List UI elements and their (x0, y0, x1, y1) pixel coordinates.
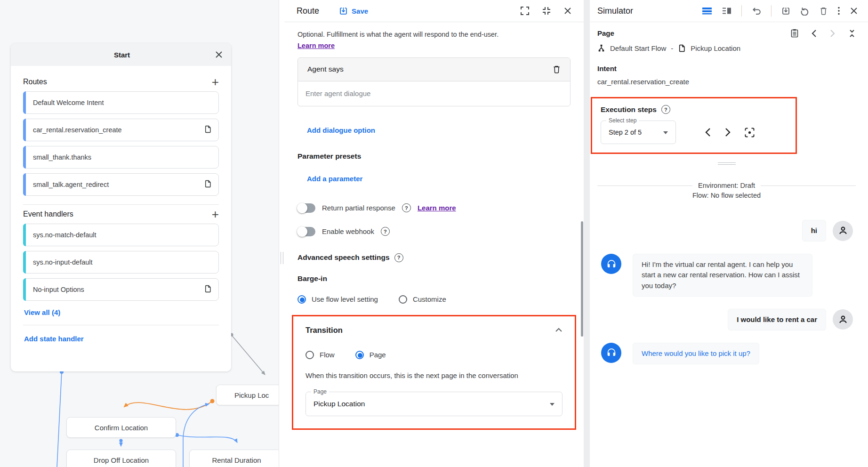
add-parameter-link[interactable]: Add a parameter (307, 175, 571, 183)
node-pickup-location[interactable]: Pickup Loc (216, 385, 279, 405)
add-dialogue-option-link[interactable]: Add dialogue option (307, 126, 571, 134)
close-icon[interactable] (564, 7, 571, 15)
add-state-handler-link[interactable]: Add state handler (24, 335, 219, 343)
help-icon[interactable]: ? (661, 105, 670, 114)
chevron-up-icon[interactable] (555, 328, 563, 332)
return-partial-response-toggle[interactable] (297, 203, 315, 213)
customize-radio[interactable]: Customize (399, 295, 446, 304)
save-conversation-icon[interactable] (781, 7, 790, 16)
divider (597, 185, 692, 186)
headset-icon (601, 343, 621, 363)
select-step-label: Select step (606, 117, 639, 124)
chevron-right-icon-disabled[interactable] (830, 29, 835, 38)
radio-selected-icon (297, 295, 306, 304)
route-item[interactable]: small_thank.thanks (23, 146, 219, 169)
route-item[interactable]: car_rental.reservation_create (23, 119, 219, 141)
separator: - (671, 44, 673, 52)
trash-icon[interactable] (820, 7, 828, 15)
panel-resize-gutter[interactable] (279, 0, 284, 467)
route-item[interactable]: Default Welcome Intent (23, 91, 219, 114)
enable-webhook-toggle[interactable] (297, 227, 315, 236)
agent-message-bubble-highlighted: Where would you like to pick it up? (633, 343, 759, 364)
execution-steps-heading: Execution steps (601, 105, 657, 114)
message-list-icon[interactable] (702, 7, 712, 15)
user-message-bubble: I would like to rent a car (728, 309, 826, 330)
event-handler-item[interactable]: sys.no-input-default (23, 251, 219, 274)
radio-unselected-icon (305, 351, 314, 359)
transition-page-radio[interactable]: Page (355, 351, 386, 359)
simulator-panel: Simulator (590, 0, 868, 467)
routes-section-label: Routes (23, 78, 47, 86)
more-vert-icon[interactable] (837, 7, 840, 15)
start-flow-panel: Start Routes + Default Welcome Intent ca… (11, 43, 231, 371)
transition-section-highlighted: Transition Flow Page When this trans (292, 315, 576, 430)
simulator-flow-name[interactable]: Default Start Flow (610, 44, 666, 52)
transition-description: When this transition occurs, this is the… (305, 371, 563, 379)
dropdown-caret-icon (550, 403, 555, 406)
agent-says-title: Agent says (307, 65, 344, 73)
center-focus-icon[interactable] (745, 128, 755, 137)
chat-message-agent: Where would you like to pick it up? (597, 343, 853, 364)
fullscreen-icon[interactable] (521, 7, 529, 15)
route-item[interactable]: small_talk.agent_redirect (23, 173, 219, 196)
document-icon (204, 285, 212, 294)
flow-status: Flow: No flow selected (597, 192, 856, 199)
divider (761, 185, 856, 186)
clipboard-icon[interactable] (791, 29, 798, 38)
transition-flow-radio[interactable]: Flow (305, 351, 335, 359)
document-icon (678, 44, 686, 52)
flow-icon (597, 44, 605, 52)
chevron-left-icon[interactable] (812, 29, 817, 38)
node-confirm-location[interactable]: Confirm Location (66, 417, 176, 438)
node-rental-duration[interactable]: Rental Duration (189, 450, 279, 467)
route-editor-panel: Route Save (284, 0, 584, 467)
advanced-speech-settings-heading: Advanced speech settings (297, 253, 390, 262)
drag-handle-icon[interactable] (281, 252, 283, 264)
add-route-plus-icon[interactable]: + (212, 77, 219, 87)
close-icon[interactable] (850, 7, 858, 15)
headset-icon (601, 254, 621, 274)
event-handlers-section-label: Event handlers (23, 210, 73, 218)
simulator-page-name[interactable]: Pickup Location (691, 44, 740, 52)
event-handler-item[interactable]: No-input Options (23, 278, 219, 301)
radio-selected-icon (355, 351, 364, 359)
flow-canvas[interactable]: Pickup Loc Confirm Location Drop Off Loc… (0, 0, 279, 467)
restore-icon[interactable] (800, 6, 810, 16)
save-button[interactable]: Save (339, 7, 368, 16)
event-handler-item[interactable]: sys.no-match-default (23, 224, 219, 246)
side-panel-icon[interactable] (722, 7, 731, 15)
use-flow-level-setting-radio[interactable]: Use flow level setting (297, 295, 378, 304)
step-next-chevron-right-icon[interactable] (725, 128, 731, 137)
node-drop-off-location[interactable]: Drop Off Location (66, 450, 176, 467)
agent-says-card: Agent says (297, 57, 571, 106)
transition-page-select[interactable]: Page Pickup Location (305, 392, 563, 416)
collapse-icon[interactable] (848, 29, 856, 38)
route-panel-title: Route (297, 6, 319, 16)
page-section-label: Page (597, 29, 614, 37)
chat-message-agent: Hi! I'm the virtual car rental agent. I … (597, 254, 853, 297)
toolbar-divider (771, 5, 772, 16)
close-icon[interactable] (215, 51, 223, 58)
fullscreen-exit-icon[interactable] (542, 7, 551, 15)
step-previous-chevron-left-icon[interactable] (705, 128, 711, 137)
help-icon[interactable]: ? (381, 227, 390, 236)
barge-in-heading: Barge-in (297, 274, 571, 283)
panel-gutter (584, 0, 590, 467)
add-event-handler-plus-icon[interactable]: + (212, 209, 219, 219)
select-step-dropdown[interactable]: Select step Step 2 of 5 (601, 121, 676, 144)
undo-icon[interactable] (752, 7, 761, 15)
fulfillment-hint: Optional. Fulfillment is what the agent … (297, 30, 571, 40)
drag-handle-icon[interactable] (718, 162, 736, 165)
help-icon[interactable]: ? (402, 203, 411, 212)
help-icon[interactable]: ? (394, 253, 403, 262)
scrollbar-thumb[interactable] (581, 221, 583, 337)
divider (23, 204, 219, 205)
chat-message-user: hi (597, 220, 853, 242)
start-panel-title: Start (19, 51, 215, 59)
trash-icon[interactable] (553, 65, 561, 73)
learn-more-link[interactable]: Learn more (297, 42, 335, 49)
view-all-link[interactable]: View all (4) (24, 308, 219, 316)
agent-dialogue-input[interactable] (305, 89, 563, 97)
partial-response-learn-more-link[interactable]: Learn more (418, 204, 456, 212)
radio-unselected-icon (399, 295, 407, 304)
